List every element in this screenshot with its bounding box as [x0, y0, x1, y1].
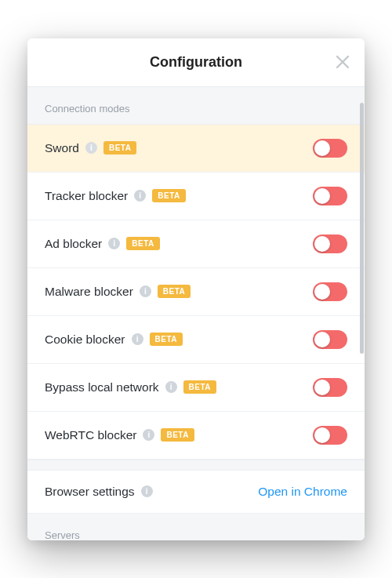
row-label: Bypass local network: [45, 380, 159, 394]
row-label: Tracker blocker: [45, 189, 128, 203]
beta-badge: BETA: [126, 237, 159, 250]
toggle-tracker-blocker[interactable]: [313, 187, 347, 205]
close-button[interactable]: [335, 54, 350, 70]
row-label: Browser settings: [45, 485, 135, 499]
close-icon: [335, 54, 350, 70]
row-tracker-blocker: Tracker blocker i BETA: [27, 173, 365, 220]
info-icon[interactable]: i: [108, 238, 120, 249]
beta-badge: BETA: [103, 141, 136, 154]
row-sword: Sword i BETA: [27, 125, 365, 173]
row-ad-blocker: Ad blocker i BETA: [27, 220, 365, 268]
info-icon[interactable]: i: [85, 142, 97, 154]
beta-badge: BETA: [161, 428, 194, 442]
scrollbar-thumb[interactable]: [360, 103, 364, 354]
scroll-area[interactable]: Connection modes Sword i BETA Tracker bl…: [27, 87, 365, 540]
page-title: Configuration: [150, 54, 242, 71]
row-label: Ad blocker: [45, 237, 102, 251]
row-label: Malware blocker: [45, 285, 133, 299]
row-malware-blocker: Malware blocker i BETA: [27, 268, 365, 316]
info-icon[interactable]: i: [143, 429, 154, 441]
row-cookie-blocker: Cookie blocker i BETA: [27, 316, 365, 364]
info-icon[interactable]: i: [140, 285, 151, 297]
row-label: Cookie blocker: [45, 333, 125, 347]
section-header-servers: Servers: [27, 514, 365, 540]
row-label: Sword: [45, 141, 79, 155]
beta-badge: BETA: [150, 333, 183, 346]
beta-badge: BETA: [183, 380, 216, 394]
row-bypass-local-network: Bypass local network i BETA: [27, 364, 365, 412]
toggle-bypass-local-network[interactable]: [313, 378, 347, 397]
info-icon[interactable]: i: [134, 190, 146, 202]
toggle-ad-blocker[interactable]: [313, 234, 347, 253]
row-browser-settings: Browser settings i Open in Chrome: [27, 471, 365, 514]
section-header-connection-modes: Connection modes: [27, 87, 365, 125]
section-divider: [27, 460, 365, 471]
open-in-chrome-link[interactable]: Open in Chrome: [258, 485, 347, 499]
toggle-cookie-blocker[interactable]: [313, 330, 347, 349]
toggle-sword[interactable]: [313, 139, 347, 158]
configuration-panel: Configuration Connection modes Sword i B…: [27, 38, 365, 540]
panel-header: Configuration: [27, 38, 365, 87]
beta-badge: BETA: [158, 285, 191, 298]
beta-badge: BETA: [152, 189, 185, 202]
row-label: WebRTC blocker: [45, 428, 136, 442]
toggle-malware-blocker[interactable]: [313, 282, 347, 301]
info-icon[interactable]: i: [141, 485, 153, 497]
info-icon[interactable]: i: [132, 333, 143, 345]
scrollbar[interactable]: [359, 87, 365, 540]
info-icon[interactable]: i: [165, 381, 177, 393]
row-webrtc-blocker: WebRTC blocker i BETA: [27, 412, 365, 460]
toggle-webrtc-blocker[interactable]: [313, 426, 347, 445]
